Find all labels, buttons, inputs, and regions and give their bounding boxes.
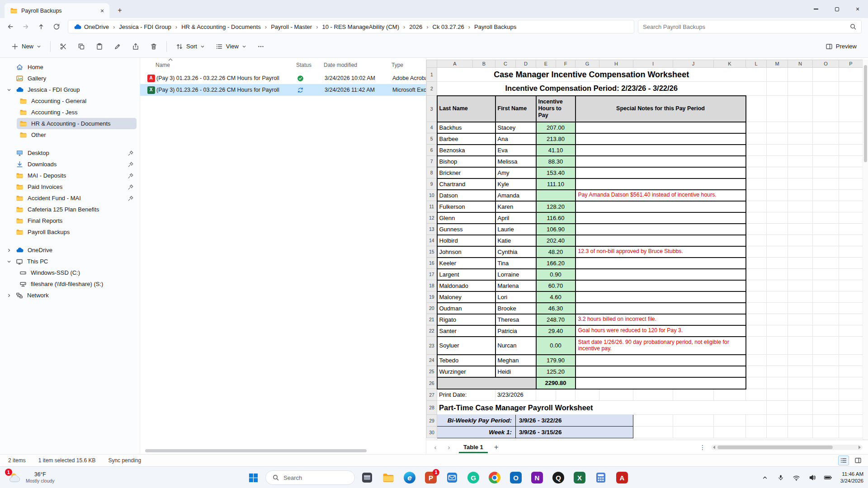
taskbar-app-acrobat[interactable]: A [613,469,631,487]
sidebar-item[interactable]: Accounting - General [17,95,137,107]
sheet-tab[interactable]: Table 1 [459,441,488,453]
sidebar-item[interactable]: Cafeteria 125 Plan Benefits [3,204,137,215]
breadcrumb-item[interactable]: Payroll - Master [269,22,314,32]
sidebar-item[interactable]: Paid Invoices [3,181,137,192]
close-button[interactable]: × [847,0,868,18]
maximize-button[interactable] [826,0,847,18]
breadcrumb-separator[interactable]: › [466,23,472,30]
wifi-icon[interactable] [791,471,802,484]
delete-button[interactable] [145,38,162,55]
sidebar-item[interactable]: Network [3,290,137,301]
scroll-right-icon[interactable] [859,446,861,449]
refresh-button[interactable] [49,20,64,33]
breadcrumb-item[interactable]: Jessica - FDI Group [117,22,173,32]
column-header-status[interactable]: Status [290,62,324,68]
sidebar-item[interactable]: Other [17,129,137,141]
breadcrumb-separator[interactable]: › [314,23,320,30]
sheet-options-icon[interactable]: ⋮ [699,444,706,451]
sidebar-item[interactable]: Payroll Backups [3,226,137,238]
view-button[interactable]: View [211,38,251,55]
add-sheet-button[interactable]: + [494,443,499,452]
sidebar-item[interactable]: Home [3,61,137,73]
breadcrumb-separator[interactable]: › [401,23,407,30]
preview-vertical-scrollbar[interactable] [863,60,868,440]
preview-toggle-button[interactable]: Preview [821,38,862,55]
column-header-type[interactable]: Type [392,62,426,68]
back-button[interactable] [3,20,18,33]
scrollbar-thumb[interactable] [864,65,867,162]
sheet-tab-prev-button[interactable]: ‹ [432,443,439,451]
taskbar-app-chrome[interactable] [486,469,504,487]
sidebar-item[interactable]: Accident Fund - MAI [3,192,137,204]
taskbar-clock[interactable]: 11:46 AM 3/24/2026 [840,471,863,484]
breadcrumb-separator[interactable]: › [173,23,179,30]
weather-widget[interactable]: 1 36°F Mostly cloudy [4,467,59,488]
new-button[interactable]: New [6,38,46,55]
file-row[interactable]: X (Pay 3) 01.23.26 - 03.22.26 CM Hours f… [140,84,426,96]
taskbar-app-outlook[interactable]: O [507,469,525,487]
taskbar-app-file-explorer[interactable] [379,469,397,487]
new-tab-button[interactable]: + [113,5,127,16]
taskbar-app-excel[interactable]: X [571,469,589,487]
column-header-name[interactable]: Name [156,62,290,68]
taskbar-app-app-window[interactable] [358,469,376,487]
taskbar-app-calculator[interactable] [592,469,610,487]
taskbar-search[interactable]: Search [265,470,355,485]
rename-button[interactable] [109,38,126,55]
start-button[interactable] [244,469,262,487]
copy-button[interactable] [73,38,90,55]
sidebar-item[interactable]: Final Reports [3,215,137,226]
file-list-horizontal-scrollbar[interactable] [142,449,425,453]
minimize-button[interactable] [806,0,826,18]
sidebar-item[interactable]: fileshare (\\fdi-fileshare) (S:) [17,278,137,290]
tray-chevron-up-icon[interactable] [760,471,770,484]
taskbar-app-grammarly[interactable]: G [464,469,482,487]
up-button[interactable] [33,20,49,33]
forward-button[interactable] [18,20,33,33]
battery-icon[interactable] [823,471,834,484]
sidebar-item[interactable]: OneDrive [3,244,137,256]
microphone-icon[interactable] [775,471,786,484]
sheet-tab-next-button[interactable]: › [445,443,453,451]
chevron-down-icon[interactable] [6,88,12,92]
sort-button[interactable]: Sort [171,38,210,55]
breadcrumb-item[interactable]: Ck 03.27.26 [431,22,466,32]
breadcrumb-separator[interactable]: › [263,23,269,30]
column-header-date-modified[interactable]: Date modified [324,62,392,68]
breadcrumb-item[interactable]: HR & Accounting - Documents [179,22,263,32]
taskbar-app-mail[interactable] [443,469,461,487]
search-input[interactable] [643,23,846,30]
breadcrumb-item[interactable]: Payroll Backups [472,22,518,32]
sidebar-item[interactable]: Desktop [3,147,137,159]
chevron-right-icon[interactable] [6,293,12,298]
sidebar-item[interactable]: Gallery [3,73,137,84]
sidebar-item[interactable]: Accounting - Jess [17,107,137,118]
more-options-button[interactable] [252,38,269,55]
breadcrumb-item[interactable]: 10 - RES ManageAbility (CM) [321,22,401,32]
volume-icon[interactable] [807,471,818,484]
chevron-right-icon[interactable] [6,248,12,253]
details-view-button[interactable] [838,455,849,465]
sidebar-item[interactable]: Windows-SSD (C:) [17,267,137,278]
chevron-down-icon[interactable] [6,259,12,264]
preview-horizontal-scrollbar[interactable] [711,445,863,450]
breadcrumb-item[interactable]: 2026 [407,22,424,32]
sidebar-item[interactable]: This PC [3,256,137,267]
cut-button[interactable] [55,38,72,55]
large-icons-view-button[interactable] [853,455,863,465]
breadcrumb[interactable]: OneDrive›Jessica - FDI Group›HR & Accoun… [68,20,634,33]
scrollbar-thumb[interactable] [717,446,833,449]
paste-button[interactable] [91,38,108,55]
scroll-left-icon[interactable] [713,446,715,449]
tab-close-icon[interactable]: × [98,6,107,15]
breadcrumb-item[interactable]: OneDrive [72,22,111,32]
taskbar-app-onenote[interactable]: N [528,469,546,487]
file-row[interactable]: A (Pay 3) 01.23.26 - 03.22.26 CM Hours f… [140,72,426,84]
breadcrumb-separator[interactable]: › [424,23,430,30]
share-button[interactable] [127,38,144,55]
sidebar-item[interactable]: HR & Accounting - Documents [17,118,137,129]
taskbar-app-quickbooks[interactable]: Q [549,469,567,487]
sidebar-item[interactable]: Jessica - FDI Group [3,84,137,95]
taskbar-app-edge[interactable]: e [401,469,419,487]
sidebar-item[interactable]: MAI - Deposits [3,170,137,181]
